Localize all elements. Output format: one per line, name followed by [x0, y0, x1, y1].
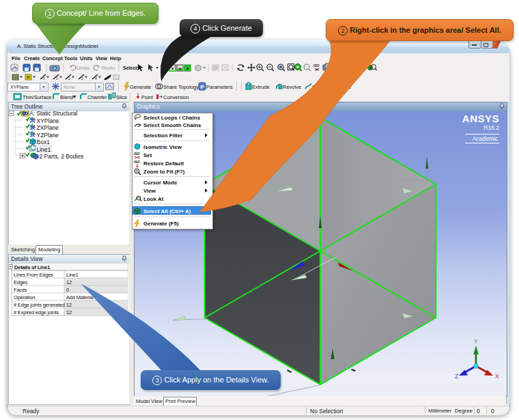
svg-text:ISO: ISO	[313, 64, 320, 68]
svg-text:Selection Filter: Selection Filter	[143, 132, 182, 139]
svg-text:# Edge joints generated: # Edge joints generated	[14, 302, 65, 308]
svg-text:Select:: Select:	[123, 66, 139, 70]
svg-text:ISO: ISO	[134, 160, 140, 164]
svg-text:XYPlane: XYPlane	[37, 117, 59, 124]
svg-text:Operation: Operation	[14, 294, 35, 300]
svg-text:Details of Line1: Details of Line1	[14, 264, 50, 270]
svg-text:12: 12	[66, 309, 72, 316]
svg-text:Isometric View: Isometric View	[143, 144, 182, 150]
svg-text:ZXPlane: ZXPlane	[37, 124, 59, 131]
svg-text:# Expired edge joints: # Expired edge joints	[14, 309, 59, 316]
svg-text:Cursor Mode: Cursor Mode	[143, 180, 178, 186]
svg-text:Select All (Ctrl+ A): Select All (Ctrl+ A)	[143, 208, 191, 214]
svg-text:12: 12	[66, 302, 72, 308]
svg-text:View: View	[143, 188, 156, 194]
svg-text:Generate (F5): Generate (F5)	[143, 221, 179, 227]
svg-text:Edges: Edges	[14, 279, 28, 285]
svg-text:12: 12	[66, 279, 72, 285]
svg-text:1: 1	[56, 76, 58, 81]
svg-text:Redo: Redo	[102, 65, 115, 71]
svg-text:P: P	[201, 84, 205, 90]
svg-text:4: 4	[95, 76, 97, 81]
svg-text:Select Loops / Chains: Select Loops / Chains	[143, 115, 201, 121]
svg-text:0: 0	[66, 287, 69, 293]
svg-text:Box1: Box1	[37, 139, 51, 145]
svg-text:Undo: Undo	[76, 65, 90, 71]
svg-text:YZPlane: YZPlane	[37, 132, 59, 139]
svg-text:Lines From Edges: Lines From Edges	[14, 272, 53, 278]
svg-text:Y: Y	[474, 338, 478, 345]
svg-text:Select Smooth Chains: Select Smooth Chains	[143, 122, 201, 128]
svg-text:3: 3	[81, 76, 83, 81]
svg-text:Restore Default: Restore Default	[143, 160, 184, 167]
svg-text:Look At: Look At	[143, 196, 164, 202]
svg-text:2 Parts, 2 Bodies: 2 Parts, 2 Bodies	[40, 153, 84, 160]
svg-text:0: 0	[43, 76, 45, 81]
svg-text:Line1: Line1	[66, 272, 78, 278]
svg-text:Zoom to Fit (F7): Zoom to Fit (F7)	[143, 169, 185, 175]
svg-text:Z: Z	[455, 373, 458, 380]
svg-text:Add Material: Add Material	[66, 294, 94, 300]
svg-text:A: Static Structural: A: Static Structural	[29, 111, 77, 117]
svg-text:2: 2	[68, 76, 70, 81]
svg-text:Faces: Faces	[14, 287, 27, 293]
svg-text:ISO: ISO	[134, 152, 140, 156]
svg-text:Line1: Line1	[37, 146, 51, 153]
svg-text:X: X	[495, 373, 499, 380]
svg-text:Set: Set	[143, 152, 152, 158]
